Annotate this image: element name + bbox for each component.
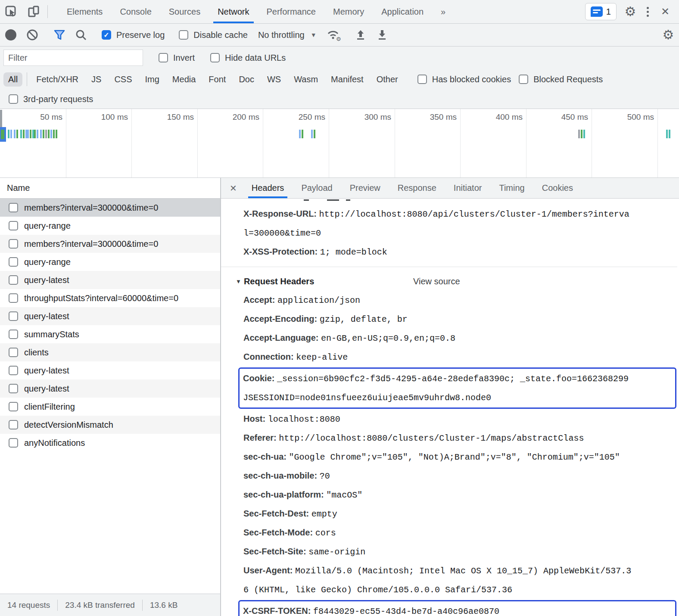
issues-badge[interactable]: 1: [585, 3, 617, 20]
view-source-link[interactable]: View source: [413, 272, 460, 291]
type-filter-all[interactable]: All: [3, 72, 22, 87]
request-checkbox[interactable]: [9, 239, 18, 249]
invert-checkbox[interactable]: Invert: [159, 53, 195, 63]
has-blocked-cookies-checkbox[interactable]: Has blocked cookies: [417, 75, 511, 84]
waterfall-bar: [45, 130, 47, 138]
table-row[interactable]: query-latest: [0, 361, 220, 380]
timeline-tick-label: 200 ms: [208, 112, 259, 122]
close-detail-icon[interactable]: ✕: [221, 178, 243, 198]
tab-memory[interactable]: Memory: [324, 0, 373, 23]
table-row[interactable]: query-latest: [0, 380, 220, 398]
filter-funnel-icon[interactable]: [49, 24, 70, 46]
table-row[interactable]: members?interval=300000&time=0: [0, 199, 220, 217]
request-checkbox[interactable]: [9, 366, 18, 375]
disable-cache-checkbox[interactable]: Disable cache: [174, 30, 252, 40]
search-icon[interactable]: [70, 24, 92, 46]
table-row[interactable]: members?interval=300000&time=0: [0, 235, 220, 253]
tab-performance[interactable]: Performance: [258, 0, 325, 23]
table-row[interactable]: query-latest: [0, 307, 220, 325]
detail-tab-timing[interactable]: Timing: [490, 178, 533, 198]
table-row[interactable]: clients: [0, 343, 220, 361]
device-toolbar-icon[interactable]: [22, 0, 45, 23]
request-checkbox[interactable]: [9, 384, 18, 393]
clear-icon[interactable]: [22, 24, 43, 46]
tab-elements[interactable]: Elements: [58, 0, 111, 23]
checkbox-unchecked-icon: [179, 30, 188, 40]
header-name: Accept:: [243, 295, 277, 305]
waterfall-bar: [583, 130, 585, 138]
tab-console[interactable]: Console: [111, 0, 160, 23]
type-filter-ws[interactable]: WS: [262, 72, 286, 87]
checkbox-unchecked-icon: [417, 75, 427, 84]
status-segment: 23.4 kB transferred: [58, 600, 142, 610]
table-row[interactable]: clientFiltering: [0, 398, 220, 416]
filter-input[interactable]: [3, 50, 143, 66]
tab-sources[interactable]: Sources: [160, 0, 209, 23]
request-checkbox[interactable]: [9, 221, 18, 230]
request-checkbox[interactable]: [9, 330, 18, 339]
detail-tab-cookies[interactable]: Cookies: [533, 178, 582, 198]
request-checkbox[interactable]: [9, 257, 18, 267]
selected-request-marker: [0, 127, 6, 142]
third-party-checkbox[interactable]: 3rd-party requests: [9, 94, 93, 104]
request-checkbox[interactable]: [9, 348, 18, 357]
header-row: User-Agent: Mozilla/5.0 (Macintosh; Inte…: [243, 561, 677, 599]
network-overview-timeline[interactable]: 50 ms100 ms150 ms200 ms250 ms300 ms350 m…: [0, 109, 679, 178]
type-filter-media[interactable]: Media: [168, 72, 200, 87]
preserve-log-checkbox[interactable]: ✓ Preserve log: [97, 30, 169, 40]
record-icon[interactable]: [0, 24, 22, 46]
request-checkbox[interactable]: [9, 438, 18, 448]
header-row: sec-ch-ua-platform: "macOS": [243, 485, 677, 504]
export-har-icon[interactable]: [371, 24, 393, 46]
blocked-requests-checkbox[interactable]: Blocked Requests: [519, 75, 603, 84]
throttling-dropdown[interactable]: No throttling ▼: [252, 30, 323, 40]
detail-tab-headers[interactable]: Headers: [243, 178, 293, 198]
hide-data-urls-checkbox[interactable]: Hide data URLs: [210, 53, 286, 63]
type-filter-other[interactable]: Other: [372, 72, 403, 87]
request-checkbox[interactable]: [9, 311, 18, 321]
detail-tab-preview[interactable]: Preview: [341, 178, 389, 198]
detail-tab-initiator[interactable]: Initiator: [445, 178, 491, 198]
type-filter-doc[interactable]: Doc: [234, 72, 259, 87]
network-settings-gear-icon[interactable]: ⚙: [657, 24, 679, 46]
name-column-header[interactable]: Name: [0, 178, 220, 199]
table-row[interactable]: summaryStats: [0, 325, 220, 343]
table-row[interactable]: query-range: [0, 253, 220, 271]
waterfall-bar: [581, 130, 582, 138]
request-headers-section[interactable]: ▼Request HeadersView source: [236, 272, 677, 291]
inspect-element-icon[interactable]: [0, 0, 22, 23]
type-filter-font[interactable]: Font: [204, 72, 230, 87]
kebab-menu-icon[interactable]: [640, 7, 656, 17]
type-filter-manifest[interactable]: Manifest: [326, 72, 368, 87]
table-row[interactable]: query-latest: [0, 271, 220, 289]
request-checkbox[interactable]: [9, 203, 18, 212]
detail-tab-response[interactable]: Response: [389, 178, 445, 198]
waterfall-bar: [314, 130, 315, 138]
tab-network[interactable]: Network: [209, 0, 258, 23]
request-checkbox[interactable]: [9, 402, 18, 411]
table-row[interactable]: query-range: [0, 217, 220, 235]
type-filter-css[interactable]: CSS: [109, 72, 137, 87]
detail-tab-payload[interactable]: Payload: [293, 178, 341, 198]
request-checkbox[interactable]: [9, 420, 18, 429]
type-filter-wasm[interactable]: Wasm: [289, 72, 323, 87]
more-tabs-button[interactable]: »: [432, 0, 454, 23]
type-filter-img[interactable]: Img: [140, 72, 164, 87]
settings-gear-icon[interactable]: ⚙: [621, 5, 640, 18]
type-filter-fetch-xhr[interactable]: Fetch/XHR: [31, 72, 83, 87]
table-row[interactable]: throughputStats?interval=60000&time=0: [0, 289, 220, 307]
import-har-icon[interactable]: [350, 24, 371, 46]
waterfall-bar: [53, 130, 55, 138]
network-conditions-icon[interactable]: ⚙: [323, 24, 344, 46]
table-row[interactable]: anyNotifications: [0, 434, 220, 452]
detail-tabs: ✕ HeadersPayloadPreviewResponseInitiator…: [221, 178, 679, 199]
section-title: Request Headers: [244, 277, 314, 286]
table-row[interactable]: detectVersionMismatch: [0, 416, 220, 434]
timeline-gridline: [592, 109, 592, 177]
close-devtools-icon[interactable]: ✕: [656, 6, 675, 18]
request-checkbox[interactable]: [9, 293, 18, 303]
type-filter-js[interactable]: JS: [87, 72, 106, 87]
tab-application[interactable]: Application: [373, 0, 432, 23]
request-checkbox[interactable]: [9, 275, 18, 285]
waterfall-bar: [50, 130, 52, 138]
